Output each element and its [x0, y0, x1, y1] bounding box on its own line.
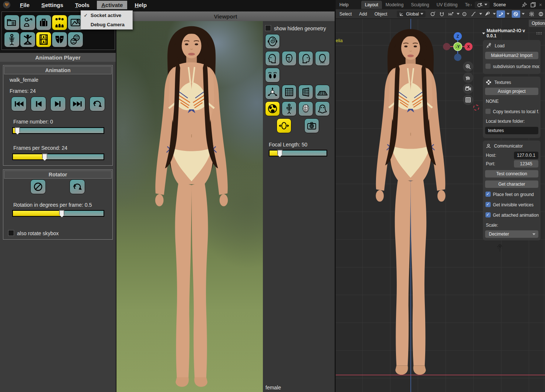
panel-drag-grip-icon[interactable] — [536, 32, 542, 35]
port-field[interactable]: 12345 — [514, 160, 538, 168]
subdivision-checkbox[interactable] — [485, 64, 491, 69]
feet-icon[interactable] — [265, 68, 280, 82]
overlays-toggle-icon[interactable] — [512, 10, 520, 18]
panel-title[interactable]: MakeHuman2-IO v 0.0.1 — [487, 28, 536, 38]
menu-help[interactable]: Help — [130, 1, 151, 9]
transform-orientation-dropdown[interactable]: Global — [397, 11, 426, 17]
texture-folder-field[interactable]: textures — [485, 127, 538, 134]
menu-activate[interactable]: Activate — [97, 1, 127, 9]
workspace-tab-uv-editing[interactable]: UV Editing — [433, 1, 461, 9]
options-button[interactable]: Options — [529, 20, 545, 27]
pin-icon[interactable] — [521, 2, 527, 8]
invisible-vertices-checkbox[interactable] — [485, 202, 491, 207]
skeleton-icon[interactable] — [4, 32, 20, 47]
chevron-down-icon[interactable] — [522, 13, 525, 15]
menu-item-socket-active[interactable]: ✓ Socket active — [81, 11, 132, 20]
makehuman2-import-button[interactable]: MakeHuman2 Import — [485, 52, 538, 59]
chevron-down-icon[interactable] — [507, 13, 510, 15]
workspace-tab-layout[interactable]: Layout — [361, 1, 382, 9]
slider-handle[interactable] — [277, 150, 282, 157]
view-navigation-gizmo[interactable]: Z X -Y — [446, 35, 470, 60]
grid-side-icon[interactable] — [298, 85, 313, 99]
next-frame-button[interactable] — [50, 97, 66, 111]
menu-settings[interactable]: Settings — [37, 1, 68, 9]
workspace-tab-modeling[interactable]: Modeling — [382, 1, 407, 9]
head-left-icon[interactable] — [265, 51, 280, 66]
head-back-icon[interactable] — [315, 51, 330, 66]
light-object-icon[interactable] — [495, 242, 505, 252]
character-model[interactable] — [142, 22, 241, 392]
scale-dropdown[interactable]: Decimeter — [485, 230, 538, 238]
frame-number-slider[interactable] — [12, 127, 104, 134]
slider-handle[interactable] — [15, 127, 20, 135]
top-view-icon[interactable] — [265, 34, 280, 49]
blender-menu-select[interactable]: Select — [336, 10, 355, 18]
toggle-grid-icon[interactable] — [463, 95, 473, 105]
copy-textures-checkbox[interactable] — [485, 109, 491, 114]
rotate-loop-button[interactable] — [70, 179, 85, 194]
tabs-overflow-indicator[interactable]: › — [470, 2, 472, 7]
skybox-globe-icon[interactable] — [265, 101, 280, 116]
close-icon[interactable]: × — [539, 2, 542, 8]
focal-length-slider[interactable] — [269, 150, 327, 156]
scene-name[interactable]: Scene — [493, 2, 506, 7]
grid-front-icon[interactable] — [282, 85, 297, 99]
test-connection-button[interactable]: Test connection — [485, 170, 538, 178]
snap-magnet-icon[interactable] — [438, 10, 446, 18]
previous-frame-button[interactable] — [31, 97, 46, 111]
grid-floor-icon[interactable] — [315, 85, 330, 99]
rotate-skybox-checkbox[interactable] — [8, 230, 14, 236]
rotation-slider[interactable] — [12, 210, 104, 217]
skip-to-start-button[interactable] — [11, 97, 27, 111]
ghost-mode-icon[interactable] — [315, 101, 330, 116]
proportional-editing-icon[interactable] — [460, 10, 469, 18]
perspective-lens-icon[interactable] — [277, 118, 291, 133]
show-hidden-geometry-checkbox[interactable] — [265, 25, 271, 31]
show-gizmo-visibility-icon[interactable] — [483, 10, 491, 18]
fps-slider[interactable] — [12, 153, 104, 160]
show-skeleton-icon[interactable] — [282, 101, 297, 116]
makehuman-3d-viewport[interactable] — [116, 21, 263, 392]
blender-3d-viewport[interactable]: elia Z X -Y — [336, 19, 545, 392]
modelling-icon[interactable] — [20, 15, 35, 30]
characters-icon[interactable] — [52, 15, 67, 30]
viewport-shading-icon[interactable] — [536, 10, 545, 18]
animation-film-icon[interactable] — [36, 32, 51, 47]
pose-icon[interactable] — [20, 32, 35, 47]
get-character-button[interactable]: Get character — [485, 180, 538, 188]
expressions-icon[interactable] — [68, 32, 83, 47]
attached-animation-checkbox[interactable] — [485, 212, 491, 217]
slider-handle[interactable] — [59, 210, 64, 217]
workspace-tab-sculpting[interactable]: Sculpting — [407, 1, 433, 9]
workspace-tab-texture-paint[interactable]: Te — [461, 1, 471, 9]
wireframe-icon[interactable] — [298, 101, 313, 116]
scene-browse-button[interactable] — [475, 1, 490, 8]
skip-to-end-button[interactable] — [70, 97, 85, 111]
host-field[interactable]: 127.0.0.1 — [514, 152, 538, 159]
chevron-down-icon[interactable] — [479, 13, 482, 15]
menu-tools[interactable]: Tools — [71, 1, 94, 9]
play-loop-button[interactable] — [89, 97, 105, 111]
falloff-curve-icon[interactable] — [470, 10, 478, 18]
materials-case-icon[interactable] — [36, 15, 51, 30]
chevron-down-icon[interactable] — [493, 13, 496, 15]
gizmo-minus-z-axis[interactable] — [454, 54, 461, 61]
slider-handle[interactable] — [42, 153, 47, 161]
imported-character-model[interactable] — [363, 25, 458, 388]
chevron-down-icon[interactable] — [457, 13, 460, 15]
pan-view-icon[interactable] — [463, 72, 473, 83]
blender-menu-help[interactable]: Help — [336, 1, 352, 9]
camera-view-icon[interactable] — [463, 84, 473, 94]
new-scene-icon[interactable] — [530, 2, 536, 8]
gizmos-toggle-icon[interactable] — [497, 10, 505, 18]
assign-project-button[interactable]: Assign project — [485, 88, 538, 95]
snap-target-icon[interactable] — [429, 10, 437, 18]
head-right-icon[interactable] — [298, 51, 313, 66]
stop-rotation-button[interactable] — [30, 179, 46, 194]
blender-menu-add[interactable]: Add — [355, 10, 370, 18]
gizmo-minus-x-axis[interactable] — [443, 43, 450, 50]
gizmo-x-axis[interactable]: X — [464, 43, 473, 51]
xray-toggle-icon[interactable] — [528, 10, 536, 18]
head-front-icon[interactable] — [282, 51, 297, 66]
gizmo-y-axis[interactable]: -Y — [453, 42, 462, 51]
